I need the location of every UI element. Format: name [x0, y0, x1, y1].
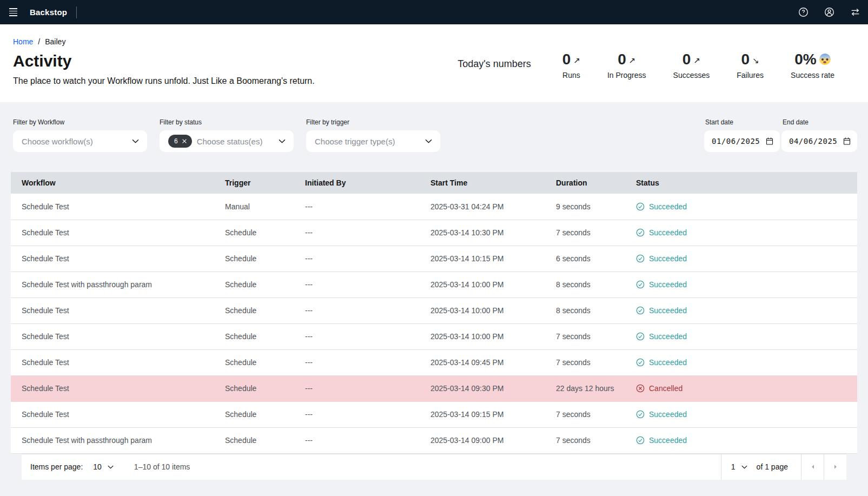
- trigger-filter-group: Filter by trigger Choose trigger type(s): [306, 118, 440, 152]
- cell-duration: 7 seconds: [547, 323, 627, 349]
- status-badge: Cancelled: [636, 384, 849, 393]
- workflow-filter-dropdown[interactable]: Choose workflow(s): [13, 130, 147, 152]
- status-filter-count-tag[interactable]: 6: [168, 135, 192, 148]
- next-page-button[interactable]: [824, 454, 846, 480]
- calendar-icon[interactable]: [765, 137, 774, 146]
- stat-successes: 0↗ Successes: [673, 51, 710, 80]
- cell-status: Succeeded: [627, 323, 857, 349]
- items-per-page-label: Items per page:: [30, 462, 83, 471]
- table-row[interactable]: Schedule Test with passthrough param Sch…: [11, 272, 857, 297]
- cell-status: Succeeded: [627, 272, 857, 297]
- status-succeeded-icon: [636, 306, 645, 315]
- cell-workflow: Schedule Test with passthrough param: [11, 272, 216, 297]
- chevron-down-icon: [741, 465, 747, 469]
- table-row[interactable]: Schedule Test Schedule --- 2025-03-14 09…: [11, 375, 857, 401]
- status-succeeded-icon: [636, 410, 645, 419]
- trend-up-icon: ↗: [629, 57, 636, 65]
- cell-duration: 7 seconds: [547, 401, 627, 427]
- cell-initiated-by: ---: [296, 246, 422, 272]
- page-header: Home / Bailey Activity The place to watc…: [0, 24, 868, 102]
- cell-duration: 7 seconds: [547, 220, 627, 246]
- status-succeeded-icon: [636, 332, 645, 341]
- end-date-label: End date: [781, 118, 857, 126]
- column-header-status: Status: [627, 172, 857, 194]
- clear-status-filter-icon[interactable]: [182, 138, 187, 144]
- breadcrumb-current: Bailey: [45, 37, 65, 46]
- table-row[interactable]: Schedule Test Manual --- 2025-03-31 04:2…: [11, 194, 857, 220]
- status-badge: Succeeded: [636, 280, 849, 289]
- trigger-filter-dropdown[interactable]: Choose trigger type(s): [306, 130, 440, 152]
- status-succeeded-icon: [636, 358, 645, 367]
- status-label: Succeeded: [649, 306, 687, 315]
- status-filter-dropdown[interactable]: 6 Choose status(es): [160, 130, 294, 152]
- cell-status: Succeeded: [627, 194, 857, 220]
- cell-start-time: 2025-03-31 04:24 PM: [422, 194, 547, 220]
- chevron-down-icon: [108, 465, 114, 469]
- cell-workflow: Schedule Test: [11, 323, 216, 349]
- status-succeeded-icon: [636, 436, 645, 445]
- status-label: Succeeded: [649, 436, 687, 445]
- cell-start-time: 2025-03-14 09:15 PM: [422, 401, 547, 427]
- previous-page-button[interactable]: [801, 454, 824, 480]
- cell-duration: 22 days 12 hours: [547, 375, 627, 401]
- table-row[interactable]: Schedule Test Schedule --- 2025-03-14 10…: [11, 246, 857, 272]
- start-date-input[interactable]: 01/06/2025: [704, 130, 780, 152]
- pagination-bar: Items per page: 10 1–10 of 10 items 1 of…: [22, 454, 846, 480]
- cell-initiated-by: ---: [296, 375, 422, 401]
- menu-button[interactable]: [0, 0, 26, 24]
- table-row[interactable]: Schedule Test Schedule --- 2025-03-14 10…: [11, 220, 857, 246]
- column-header-workflow: Workflow: [11, 172, 216, 194]
- chevron-down-icon: [279, 139, 286, 143]
- workflow-filter-label: Filter by Workflow: [13, 118, 147, 126]
- stat-success-rate-label: Success rate: [791, 71, 834, 80]
- help-button[interactable]: [790, 0, 816, 24]
- trigger-filter-placeholder: Choose trigger type(s): [315, 137, 425, 146]
- workflow-filter-group: Filter by Workflow Choose workflow(s): [13, 118, 147, 152]
- header-divider: [76, 6, 77, 18]
- switcher-button[interactable]: [842, 0, 868, 24]
- cell-trigger: Schedule: [216, 323, 296, 349]
- calendar-icon[interactable]: [843, 137, 851, 146]
- caret-left-icon: [809, 463, 817, 471]
- cell-initiated-by: ---: [296, 349, 422, 375]
- filter-bar: Filter by Workflow Choose workflow(s) Fi…: [0, 102, 868, 152]
- end-date-input[interactable]: 04/06/2025: [781, 130, 857, 152]
- status-badge: Succeeded: [636, 332, 849, 341]
- table-row[interactable]: Schedule Test Schedule --- 2025-03-14 10…: [11, 297, 857, 323]
- stats-label: Today's numbers: [458, 58, 531, 70]
- page-number-select[interactable]: 1: [721, 454, 757, 480]
- items-per-page-select[interactable]: 10: [93, 462, 114, 471]
- cell-workflow: Schedule Test: [11, 194, 216, 220]
- column-header-initiated-by: Initiated By: [296, 172, 422, 194]
- status-label: Succeeded: [649, 410, 687, 419]
- stat-runs-label: Runs: [562, 71, 580, 80]
- table-row[interactable]: Schedule Test Schedule --- 2025-03-14 09…: [11, 349, 857, 375]
- user-button[interactable]: [816, 0, 842, 24]
- table-row[interactable]: Schedule Test with passthrough param Sch…: [11, 427, 857, 453]
- status-filter-label: Filter by status: [160, 118, 294, 126]
- hamburger-icon: [9, 8, 17, 16]
- table-row[interactable]: Schedule Test Schedule --- 2025-03-14 09…: [11, 401, 857, 427]
- stat-successes-label: Successes: [673, 71, 710, 80]
- cell-start-time: 2025-03-14 10:30 PM: [422, 220, 547, 246]
- cell-duration: 7 seconds: [547, 349, 627, 375]
- cell-workflow: Schedule Test: [11, 297, 216, 323]
- date-range-filters: Start date 01/06/2025 End date 04/06/202…: [704, 118, 857, 152]
- switcher-icon: [850, 6, 861, 18]
- trend-down-icon: ↘: [752, 57, 759, 65]
- status-badge: Succeeded: [636, 358, 849, 367]
- table-body: Schedule Test Manual --- 2025-03-31 04:2…: [11, 194, 857, 453]
- stat-success-rate: 0% Success rate: [791, 51, 834, 80]
- end-date-group: End date 04/06/2025: [781, 118, 857, 152]
- cell-workflow: Schedule Test with passthrough param: [11, 427, 216, 453]
- cell-status: Succeeded: [627, 220, 857, 246]
- stat-in-progress-value: 0: [618, 51, 626, 67]
- status-succeeded-icon: [636, 228, 645, 237]
- breadcrumb-home-link[interactable]: Home: [13, 37, 33, 46]
- start-date-value: 01/06/2025: [712, 137, 765, 146]
- status-label: Succeeded: [649, 358, 687, 367]
- status-label: Succeeded: [649, 254, 687, 263]
- table-row[interactable]: Schedule Test Schedule --- 2025-03-14 10…: [11, 323, 857, 349]
- stat-in-progress-label: In Progress: [607, 71, 646, 80]
- stat-failures-value: 0: [741, 51, 750, 67]
